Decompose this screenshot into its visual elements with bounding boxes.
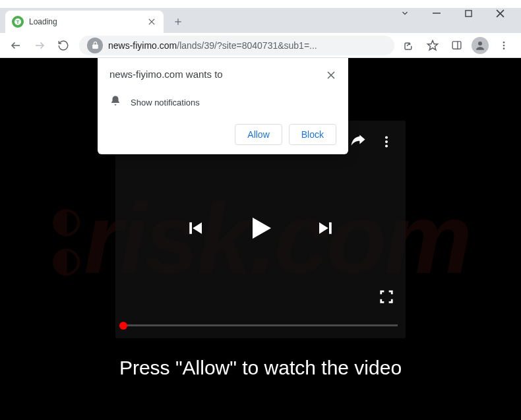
svg-point-15 [503, 44, 505, 46]
new-tab-button[interactable] [169, 13, 187, 31]
svg-point-19 [385, 144, 388, 147]
play-icon[interactable] [245, 212, 276, 247]
permission-close-button[interactable] [326, 69, 336, 83]
svg-rect-1 [465, 10, 471, 16]
lock-icon[interactable] [87, 38, 103, 53]
browser-toolbar: news-fiyimo.com/lands/39/?site=8040731&s… [0, 33, 521, 58]
chevron-down-icon[interactable] [397, 5, 413, 21]
fullscreen-icon[interactable] [379, 289, 394, 307]
url-text: news-fiyimo.com/lands/39/?site=8040731&s… [108, 40, 317, 51]
permission-request-text: Show notifications [131, 98, 200, 107]
notification-permission-prompt: news-fiyimo.com wants to Show notificati… [98, 58, 348, 154]
side-panel-icon[interactable] [447, 36, 466, 55]
svg-marker-21 [193, 222, 202, 234]
svg-point-14 [503, 42, 505, 44]
svg-rect-24 [329, 222, 332, 234]
previous-track-icon[interactable] [185, 218, 205, 241]
permission-title: news-fiyimo.com wants to [109, 69, 223, 80]
more-icon[interactable] [379, 135, 394, 152]
progress-scrubber[interactable] [119, 322, 127, 330]
tab-close-button[interactable] [146, 16, 157, 27]
share-page-icon[interactable] [400, 36, 418, 55]
svg-point-16 [503, 47, 505, 49]
page-caption: Press "Allow" to watch the video [0, 357, 521, 379]
maximize-button[interactable] [460, 5, 476, 21]
menu-button[interactable] [495, 36, 513, 55]
address-bar[interactable]: news-fiyimo.com/lands/39/?site=8040731&s… [79, 36, 394, 55]
svg-marker-23 [319, 222, 328, 234]
tab-title: Loading [29, 17, 141, 26]
page-content: ◐◐risk.com Pres [0, 58, 521, 420]
bookmark-star-icon[interactable] [423, 36, 442, 55]
close-window-button[interactable] [492, 5, 508, 21]
minimize-button[interactable] [429, 5, 444, 21]
svg-marker-22 [253, 218, 271, 239]
allow-button[interactable]: Allow [235, 124, 282, 145]
svg-point-13 [478, 42, 482, 45]
svg-rect-20 [189, 222, 192, 234]
profile-avatar[interactable] [471, 36, 489, 55]
next-track-icon[interactable] [316, 218, 336, 241]
svg-point-18 [385, 140, 388, 143]
reload-button[interactable] [53, 35, 74, 56]
bell-icon [109, 95, 121, 109]
browser-tab[interactable]: T Loading [5, 11, 164, 33]
forward-button[interactable] [29, 35, 50, 56]
favicon-icon: T [12, 16, 24, 28]
block-button[interactable]: Block [289, 124, 336, 145]
share-icon[interactable] [349, 133, 367, 154]
back-button[interactable] [5, 35, 26, 56]
svg-point-17 [385, 136, 388, 139]
video-progress-bar[interactable] [123, 324, 398, 326]
svg-marker-10 [428, 40, 438, 49]
svg-rect-11 [452, 42, 461, 49]
